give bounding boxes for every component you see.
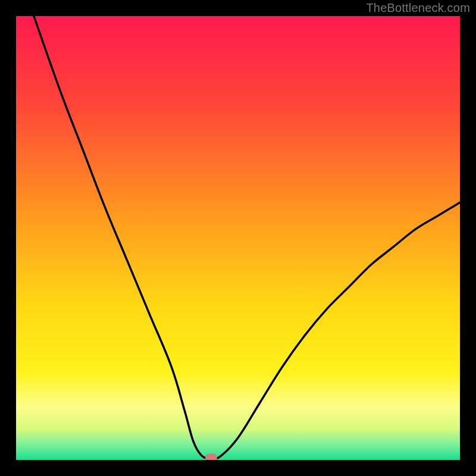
- optimum-marker: [205, 454, 217, 460]
- watermark-text: TheBottleneck.com: [366, 1, 470, 15]
- bottleneck-curve: [16, 16, 460, 460]
- plot-area: [16, 16, 460, 460]
- chart-frame: TheBottleneck.com: [0, 0, 476, 476]
